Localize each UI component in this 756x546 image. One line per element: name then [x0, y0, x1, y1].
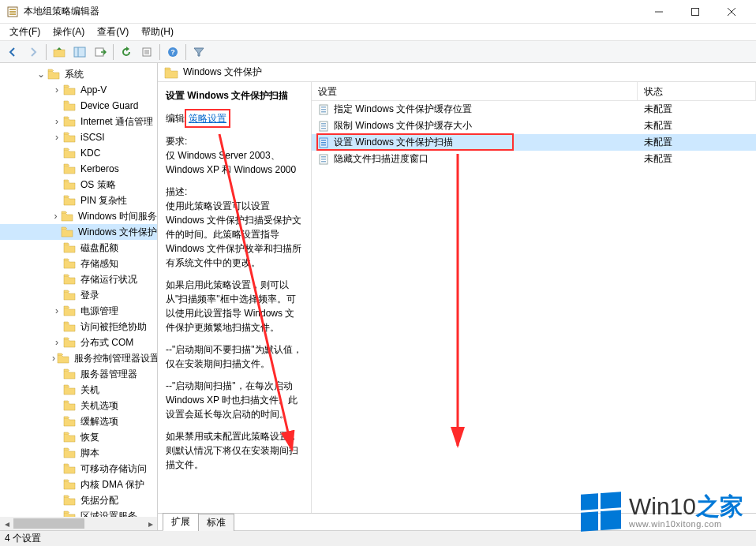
tree-item[interactable]: 存储运行状况: [0, 271, 157, 287]
tree-item[interactable]: ›iSCSI: [0, 129, 157, 145]
up-button[interactable]: [50, 43, 69, 62]
folder-icon: [63, 258, 76, 269]
svg-rect-10: [74, 47, 85, 57]
tree-item[interactable]: 区域设置服务: [0, 508, 157, 517]
chevron-right-icon[interactable]: ›: [52, 305, 62, 316]
minimize-button[interactable]: [641, 0, 677, 24]
tree-item-label: 关机选项: [80, 399, 118, 413]
folder-icon: [63, 368, 76, 380]
tree-item[interactable]: 缓解选项: [0, 413, 157, 429]
back-button[interactable]: [3, 43, 22, 62]
tree-item[interactable]: 服务器管理器: [0, 366, 157, 382]
menu-view[interactable]: 查看(V): [91, 24, 135, 40]
folder-icon: [63, 384, 76, 395]
menu-help[interactable]: 帮助(H): [135, 24, 180, 40]
tree-item[interactable]: 脚本: [0, 445, 157, 461]
scroll-left-icon[interactable]: ◂: [0, 517, 13, 530]
tree-item[interactable]: ›App-V: [0, 82, 157, 98]
menu-file[interactable]: 文件(F): [3, 24, 47, 40]
chevron-right-icon[interactable]: ›: [52, 353, 55, 364]
tree-item[interactable]: OS 策略: [0, 177, 157, 193]
tree-item[interactable]: ›电源管理: [0, 303, 157, 319]
tree-item[interactable]: 凭据分配: [0, 492, 157, 508]
tree-item-label: 存储感知: [80, 257, 118, 271]
tab-extended[interactable]: 扩展: [163, 513, 199, 531]
column-status[interactable]: 状态: [638, 82, 756, 100]
tree-item[interactable]: 访问被拒绝协助: [0, 319, 157, 335]
chevron-right-icon[interactable]: ›: [52, 116, 62, 127]
list-rows[interactable]: 指定 Windows 文件保护缓存位置未配置限制 Windows 文件保护缓存大…: [312, 101, 756, 513]
tree-item[interactable]: ›Internet 通信管理: [0, 114, 157, 129]
description-p5: 如果禁用或未配置此策略设置，则默认情况下将仅在安装期间扫描文件。: [166, 429, 303, 472]
list-row[interactable]: 限制 Windows 文件保护缓存大小未配置: [312, 118, 756, 134]
tree-item[interactable]: ›Windows 时间服务: [0, 208, 157, 224]
folder-icon: [63, 495, 76, 506]
tree-panel: ⌄ 系统 ›App-VDevice Guard›Internet 通信管理›iS…: [0, 63, 158, 530]
folder-icon: [63, 163, 76, 174]
tree-item[interactable]: 可移动存储访问: [0, 461, 157, 477]
tree-item-label: 恢复: [80, 431, 99, 444]
tree-item-label: 存储运行状况: [80, 273, 137, 286]
folder-icon: [63, 337, 76, 348]
menubar: 文件(F) 操作(A) 查看(V) 帮助(H): [0, 24, 756, 41]
chevron-right-icon[interactable]: ›: [52, 132, 62, 143]
tree-item-label: 分布式 COM: [80, 336, 133, 350]
tree-item[interactable]: 恢复: [0, 429, 157, 445]
maximize-button[interactable]: [677, 0, 713, 24]
tree-root-system[interactable]: ⌄ 系统: [0, 66, 157, 82]
svg-rect-1: [9, 9, 16, 10]
tabs: 扩展 标准: [158, 513, 756, 530]
tree-item[interactable]: 关机: [0, 382, 157, 398]
tree-item[interactable]: PIN 复杂性: [0, 193, 157, 208]
tree-item[interactable]: 内核 DMA 保护: [0, 477, 157, 492]
tree-item[interactable]: 关机选项: [0, 398, 157, 413]
svg-rect-24: [321, 123, 326, 125]
column-setting[interactable]: 设置: [312, 82, 638, 100]
chevron-right-icon[interactable]: ›: [52, 84, 62, 95]
horizontal-scrollbar[interactable]: ◂ ▸: [0, 517, 157, 530]
chevron-right-icon[interactable]: ›: [52, 211, 59, 222]
tree-item[interactable]: Windows 文件保护: [0, 224, 157, 240]
tree-item-label: iSCSI: [80, 132, 105, 143]
folder-icon: [63, 321, 76, 332]
tree-item[interactable]: 存储感知: [0, 256, 157, 271]
scrollbar-thumb[interactable]: [13, 518, 84, 529]
tab-standard[interactable]: 标准: [198, 514, 234, 531]
help-button[interactable]: ?: [163, 43, 182, 62]
list-row[interactable]: 指定 Windows 文件保护缓存位置未配置: [312, 101, 756, 118]
chevron-right-icon[interactable]: ›: [52, 337, 62, 348]
description-p4: --"启动期间扫描"，在每次启动 Windows XP 时也扫描文件。此设置会延…: [166, 379, 303, 421]
export-list-button[interactable]: [91, 43, 110, 62]
list-row-status: 未配置: [638, 152, 756, 166]
list-row[interactable]: 隐藏文件扫描进度窗口未配置: [312, 151, 756, 167]
tree-item[interactable]: Kerberos: [0, 161, 157, 177]
folder-icon: [63, 84, 76, 95]
tree[interactable]: ⌄ 系统 ›App-VDevice Guard›Internet 通信管理›iS…: [0, 63, 157, 517]
properties-button[interactable]: [137, 43, 156, 62]
tree-item[interactable]: KDC: [0, 145, 157, 161]
refresh-button[interactable]: [117, 43, 136, 62]
list-row[interactable]: 设置 Windows 文件保护扫描未配置: [312, 134, 756, 151]
tree-item[interactable]: ›服务控制管理器设置: [0, 350, 157, 366]
svg-rect-28: [321, 140, 326, 141]
filter-button[interactable]: [189, 43, 208, 62]
tree-item-label: App-V: [80, 84, 107, 95]
scroll-right-icon[interactable]: ▸: [144, 517, 157, 530]
tree-item[interactable]: 登录: [0, 287, 157, 303]
tree-root-label: 系统: [65, 68, 84, 81]
policy-settings-link[interactable]: 策略设置: [189, 113, 226, 124]
folder-icon: [61, 226, 73, 237]
folder-icon: [63, 416, 76, 427]
chevron-down-icon[interactable]: ⌄: [36, 69, 46, 80]
menu-action[interactable]: 操作(A): [47, 24, 91, 40]
show-hide-console-tree-button[interactable]: [70, 43, 89, 62]
close-button[interactable]: [713, 0, 750, 24]
tree-item-label: 关机: [80, 383, 99, 397]
tree-item[interactable]: ›分布式 COM: [0, 335, 157, 350]
toolbar: ?: [0, 41, 756, 63]
tree-item[interactable]: 磁盘配额: [0, 240, 157, 256]
tree-item[interactable]: Device Guard: [0, 98, 157, 114]
tree-item-label: KDC: [80, 148, 100, 159]
svg-rect-8: [54, 50, 65, 57]
forward-button[interactable]: [24, 43, 43, 62]
